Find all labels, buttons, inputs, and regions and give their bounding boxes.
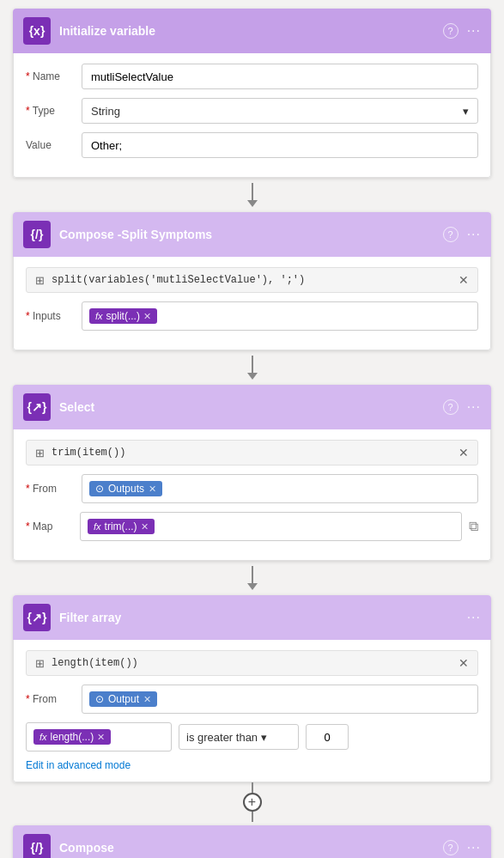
length-token: fx length(...) ✕ [33,729,111,745]
compose-split-body: ⊞ split(variables('mutliSelectValue'), '… [13,257,491,350]
from-token-field[interactable]: ⊙ Outputs ✕ [82,474,478,503]
copy-icon[interactable]: ⧉ [469,519,478,534]
select-actions: ? ··· [443,399,481,415]
help-icon-5[interactable]: ? [443,840,458,855]
select-expression: trim(item()) [52,447,452,459]
close-icon-select[interactable]: ✕ [458,446,469,459]
more-icon[interactable]: ··· [467,23,481,39]
name-input[interactable] [82,64,478,89]
from-label-select: From [26,483,73,495]
map-token-field[interactable]: fx trim(...) ✕ [80,512,462,541]
inputs-row-split: Inputs fx split(...) ✕ [26,301,478,331]
filter-array-body: ⊞ length(item()) ✕ From ⊙ Output ✕ fx [13,640,491,782]
more-icon-5[interactable]: ··· [467,840,481,855]
value-row: Value [26,132,478,158]
close-icon-filter[interactable]: ✕ [458,656,469,670]
connector-line-3 [252,566,253,583]
initialize-variable-header: {x} Initialize variable ? ··· [13,9,491,53]
compose-card: {/} Compose ? ··· Inputs fx concat(...) … [13,825,491,858]
initialize-variable-title: Initialize variable [59,24,443,38]
connector-line-2 [252,356,253,373]
filter-condition-row: fx length(...) ✕ is greater than ▾ [26,722,478,752]
initialize-variable-icon: {x} [23,17,51,45]
message-icon-2: ⊞ [35,447,45,459]
connector-2 [247,350,258,385]
condition-chevron: ▾ [261,731,267,744]
select-icon: {↗} [23,393,51,421]
type-row: Type String ▾ [26,98,478,124]
map-row-select: Map fx trim(...) ✕ ⧉ [26,512,478,541]
name-row: Name [26,64,478,89]
outputs-icon: ⊙ [95,483,104,495]
compose-split-actions: ? ··· [443,227,481,242]
from-token-field-filter[interactable]: ⊙ Output ✕ [82,685,478,714]
from-label-filter: From [26,693,73,705]
expression-row-split: ⊞ split(variables('mutliSelectValue'), '… [26,267,478,293]
outputs-token-close[interactable]: ✕ [149,484,156,495]
more-icon-2[interactable]: ··· [467,227,481,242]
compose-actions: ? ··· [443,840,481,855]
filter-array-icon: {↗} [23,604,51,631]
filter-array-title: Filter array [59,611,467,624]
compose-header: {/} Compose ? ··· [13,825,491,858]
map-label-select: Map [26,520,73,532]
condition-label: is greater than [186,731,258,744]
close-icon-split[interactable]: ✕ [458,273,469,287]
inputs-label-split: Inputs [26,310,73,322]
filter-array-header: {↗} Filter array ··· [13,595,491,640]
help-icon-2[interactable]: ? [443,227,458,242]
add-step-button[interactable]: + [243,793,262,812]
connector-arrow-3 [247,583,258,590]
compose-title: Compose [59,841,443,855]
initialize-variable-body: Name Type String ▾ Value [13,53,491,178]
outputs-token: ⊙ Outputs ✕ [89,481,162,496]
split-token: fx split(...) ✕ [89,308,157,324]
value-input[interactable] [82,132,478,158]
type-label: Type [26,105,73,117]
type-select[interactable]: String ▾ [82,98,478,124]
help-icon[interactable]: ? [443,23,458,39]
split-token-close[interactable]: ✕ [143,311,151,322]
plus-line-top [252,782,253,793]
value-label: Value [26,139,73,151]
compose-split-icon: {/} [23,221,51,248]
filter-array-actions: ··· [467,610,481,625]
select-title: Select [59,400,443,414]
connector-1 [247,178,258,212]
condition-value-input[interactable] [306,724,349,750]
name-label: Name [26,70,73,82]
split-expression: split(variables('mutliSelectValue'), ';'… [52,274,452,286]
header-actions: ? ··· [443,23,481,39]
select-body: ⊞ trim(item()) ✕ From ⊙ Outputs ✕ Map [13,429,491,561]
connector-arrow-2 [247,373,258,380]
output-icon: ⊙ [95,693,104,705]
filter-array-card: {↗} Filter array ··· ⊞ length(item()) ✕ … [13,595,491,782]
message-icon: ⊞ [35,274,45,287]
select-card: {↗} Select ? ··· ⊞ trim(item()) ✕ From ⊙… [13,385,491,561]
more-icon-3[interactable]: ··· [467,399,481,415]
condition-select[interactable]: is greater than ▾ [179,724,299,750]
connector-line [252,183,253,200]
output-token-close[interactable]: ✕ [143,694,151,705]
from-row-filter: From ⊙ Output ✕ [26,685,478,714]
compose-split-title: Compose -Split Symptoms [59,228,443,241]
expression-row-select: ⊞ trim(item()) ✕ [26,440,478,466]
compose-split-card: {/} Compose -Split Symptoms ? ··· ⊞ spli… [13,212,491,350]
connector-3 [247,561,258,595]
length-token-field[interactable]: fx length(...) ✕ [26,722,172,752]
edit-advanced-link[interactable]: Edit in advanced mode [26,759,131,771]
more-icon-4[interactable]: ··· [467,610,481,625]
connector-arrow [247,200,258,207]
compose-icon: {/} [23,834,51,858]
help-icon-3[interactable]: ? [443,399,458,415]
expression-row-filter: ⊞ length(item()) ✕ [26,650,478,676]
trim-token-close[interactable]: ✕ [141,521,149,532]
filter-expression: length(item()) [52,657,452,669]
message-icon-3: ⊞ [35,657,45,670]
length-token-close[interactable]: ✕ [97,732,105,743]
plus-connector: + [243,782,262,825]
trim-token: fx trim(...) ✕ [88,519,155,534]
type-value: String [91,105,463,118]
inputs-token-field-split[interactable]: fx split(...) ✕ [82,301,478,331]
from-row-select: From ⊙ Outputs ✕ [26,474,478,503]
